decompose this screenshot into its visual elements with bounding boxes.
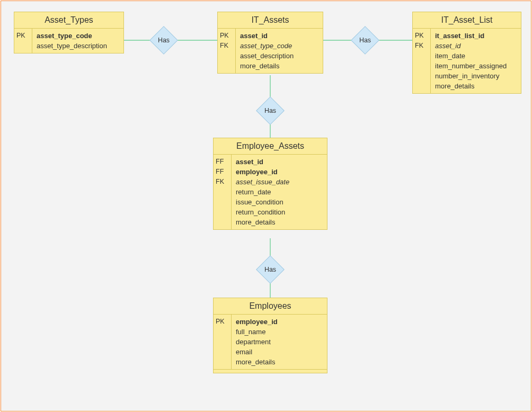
diagram-canvas: Asset_Types PK asset_type_code asset_typ… <box>1 1 531 411</box>
attr-cell: more_details <box>236 217 323 227</box>
entity-body: PK FK asset_id asset_type_code asset_des… <box>218 29 323 73</box>
attr-cell: employee_id <box>236 167 323 177</box>
entity-title: Employee_Assets <box>214 138 327 155</box>
attr-cell: asset_description <box>240 51 318 61</box>
attr-cell: item_date <box>435 51 517 61</box>
attr-cell: more_details <box>236 357 323 367</box>
entity-it-assets[interactable]: IT_Assets PK FK asset_id asset_type_code… <box>217 12 323 74</box>
attr-cell: full_name <box>236 327 323 337</box>
attr-cell: asset_type_description <box>37 41 119 51</box>
attr-cell: asset_issue_date <box>236 177 323 187</box>
entity-body: FF FF FK asset_id employee_id asset_issu… <box>214 155 327 229</box>
attr-cell: asset_type_code <box>240 41 318 51</box>
attr-cell: asset_type_code <box>37 31 119 41</box>
key-cell: FK <box>415 41 428 51</box>
attr-cell: more_details <box>240 61 318 71</box>
entity-title: Asset_Types <box>14 12 123 29</box>
relationship-diamond[interactable]: Has <box>150 27 177 53</box>
entity-employees[interactable]: Employees PK employee_id full_name depar… <box>213 298 327 373</box>
attr-cell: email <box>236 347 323 357</box>
entity-body: PK employee_id full_name department emai… <box>214 315 327 369</box>
relationship-diamond[interactable]: Has <box>257 256 283 283</box>
relationship-diamond[interactable]: Has <box>352 27 378 53</box>
attr-cell: item_number_assigned <box>435 61 517 71</box>
attr-cell: department <box>236 337 323 347</box>
attr-cell: it_asset_list_id <box>435 31 517 41</box>
attr-cell: employee_id <box>236 317 323 327</box>
entity-title: Employees <box>214 298 327 315</box>
attr-cell: asset_id <box>236 157 323 167</box>
entity-title: IT_Asset_List <box>413 12 521 29</box>
attr-cell: issue_condition <box>236 197 323 207</box>
attr-cell: return_date <box>236 187 323 197</box>
attr-cell: asset_id <box>435 41 517 51</box>
entity-asset-types[interactable]: Asset_Types PK asset_type_code asset_typ… <box>14 12 124 53</box>
key-cell: FK <box>216 177 229 187</box>
entity-title: IT_Assets <box>218 12 323 29</box>
attr-cell: return_condition <box>236 207 323 217</box>
entity-it-asset-list[interactable]: IT_Asset_List PK FK it_asset_list_id ass… <box>412 12 521 94</box>
relationship-label: Has <box>257 97 283 124</box>
attr-cell: more_details <box>435 81 517 91</box>
relationship-label: Has <box>257 256 283 283</box>
key-cell: PK <box>220 31 233 41</box>
entity-body: PK FK it_asset_list_id asset_id item_dat… <box>413 29 521 93</box>
key-cell: PK <box>16 31 30 41</box>
key-cell: PK <box>216 317 229 327</box>
key-cell: FF <box>216 157 229 167</box>
entity-body: PK asset_type_code asset_type_descriptio… <box>14 29 123 53</box>
entity-footer <box>214 369 327 373</box>
key-cell: FF <box>216 167 229 177</box>
relationship-label: Has <box>150 27 177 53</box>
key-cell: PK <box>415 31 428 41</box>
attr-cell: asset_id <box>240 31 318 41</box>
relationship-diamond[interactable]: Has <box>257 97 283 124</box>
attr-cell: number_in_inventory <box>435 71 517 81</box>
key-cell: FK <box>220 41 233 51</box>
entity-employee-assets[interactable]: Employee_Assets FF FF FK asset_id employ… <box>213 138 327 230</box>
relationship-label: Has <box>352 27 378 53</box>
